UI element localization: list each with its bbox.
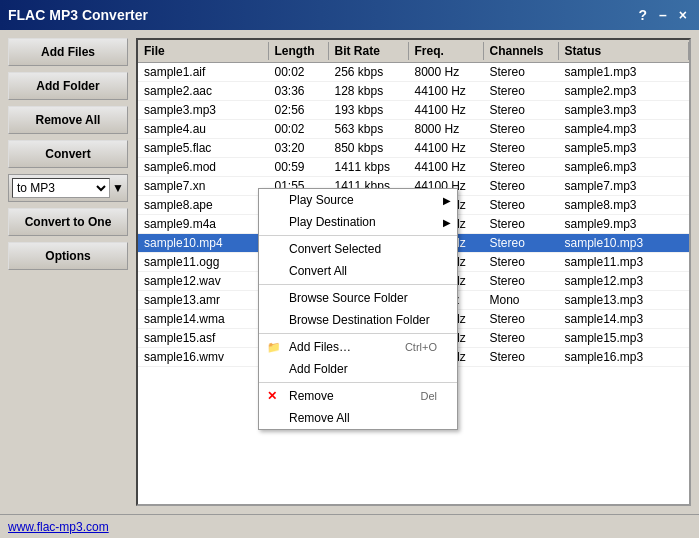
file-cell: sample4.au	[138, 121, 269, 137]
col-header-file: File	[138, 42, 269, 60]
context-menu-item[interactable]: Convert Selected	[259, 238, 457, 260]
table-row[interactable]: sample3.mp302:56193 kbps44100 HzStereosa…	[138, 101, 689, 120]
minimize-button[interactable]: –	[655, 7, 671, 23]
file-cell: sample12.mp3	[559, 273, 690, 289]
context-menu-separator	[259, 382, 457, 383]
file-cell: sample3.mp3	[138, 102, 269, 118]
file-cell: 00:02	[269, 64, 329, 80]
file-cell: sample1.mp3	[559, 64, 690, 80]
file-cell: sample13.mp3	[559, 292, 690, 308]
file-cell: sample11.mp3	[559, 254, 690, 270]
options-button[interactable]: Options	[8, 242, 128, 270]
context-menu-item-label: Play Destination	[289, 215, 376, 229]
title-bar: FLAC MP3 Converter ? – ×	[0, 0, 699, 30]
file-cell: 00:02	[269, 121, 329, 137]
file-cell: 850 kbps	[329, 140, 409, 156]
format-select-input[interactable]: to MP3 to FLAC to WAV to AAC to OGG	[12, 178, 110, 198]
context-menu-separator	[259, 333, 457, 334]
add-files-button[interactable]: Add Files	[8, 38, 128, 66]
file-cell: Stereo	[484, 140, 559, 156]
file-cell: sample10.mp4	[138, 235, 269, 251]
file-list-header: File Length Bit Rate Freq. Channels Stat…	[138, 40, 689, 63]
file-cell: 03:20	[269, 140, 329, 156]
file-cell: 563 kbps	[329, 121, 409, 137]
context-menu: Play SourcePlay DestinationConvert Selec…	[258, 188, 458, 430]
website-link[interactable]: www.flac-mp3.com	[8, 520, 109, 534]
file-cell: sample9.m4a	[138, 216, 269, 232]
file-cell: Stereo	[484, 273, 559, 289]
context-menu-shortcut: Del	[420, 390, 437, 402]
file-cell: sample12.wav	[138, 273, 269, 289]
context-menu-item[interactable]: Add Folder	[259, 358, 457, 380]
file-cell: sample15.asf	[138, 330, 269, 346]
file-cell: 8000 Hz	[409, 121, 484, 137]
file-cell: sample3.mp3	[559, 102, 690, 118]
context-menu-item[interactable]: Browse Source Folder	[259, 287, 457, 309]
app-title: FLAC MP3 Converter	[8, 7, 148, 23]
file-cell: sample8.mp3	[559, 197, 690, 213]
file-cell: 193 kbps	[329, 102, 409, 118]
file-cell: sample16.mp3	[559, 349, 690, 365]
file-cell: sample9.mp3	[559, 216, 690, 232]
col-header-freq: Freq.	[409, 42, 484, 60]
context-menu-item[interactable]: 📁Add Files…Ctrl+O	[259, 336, 457, 358]
file-cell: Stereo	[484, 216, 559, 232]
file-cell: Stereo	[484, 64, 559, 80]
file-cell: sample16.wmv	[138, 349, 269, 365]
file-cell: Stereo	[484, 235, 559, 251]
context-menu-item-label: Remove	[289, 389, 334, 403]
file-cell: 44100 Hz	[409, 83, 484, 99]
remove-icon: ✕	[267, 389, 277, 403]
context-menu-item-label: Remove All	[289, 411, 350, 425]
table-row[interactable]: sample6.mod00:591411 kbps44100 HzStereos…	[138, 158, 689, 177]
context-menu-item-label: Play Source	[289, 193, 354, 207]
file-cell: 8000 Hz	[409, 64, 484, 80]
format-selector[interactable]: to MP3 to FLAC to WAV to AAC to OGG ▼	[8, 174, 128, 202]
file-cell: Stereo	[484, 121, 559, 137]
file-cell: sample4.mp3	[559, 121, 690, 137]
file-cell: sample14.mp3	[559, 311, 690, 327]
left-panel: Add Files Add Folder Remove All Convert …	[8, 38, 128, 506]
help-button[interactable]: ?	[634, 7, 651, 23]
context-menu-item[interactable]: Convert All	[259, 260, 457, 282]
table-row[interactable]: sample5.flac03:20850 kbps44100 HzStereos…	[138, 139, 689, 158]
file-cell: 02:56	[269, 102, 329, 118]
file-cell: 03:36	[269, 83, 329, 99]
folder-icon: 📁	[267, 341, 281, 354]
context-menu-item[interactable]: Play Destination	[259, 211, 457, 233]
file-cell: sample8.ape	[138, 197, 269, 213]
file-cell: sample14.wma	[138, 311, 269, 327]
convert-button[interactable]: Convert	[8, 140, 128, 168]
file-cell: Stereo	[484, 159, 559, 175]
file-cell: Stereo	[484, 330, 559, 346]
context-menu-separator	[259, 284, 457, 285]
file-cell: 128 kbps	[329, 83, 409, 99]
context-menu-item[interactable]: ✕RemoveDel	[259, 385, 457, 407]
table-row[interactable]: sample1.aif00:02256 kbps8000 HzStereosam…	[138, 63, 689, 82]
context-menu-item[interactable]: Remove All	[259, 407, 457, 429]
convert-to-one-button[interactable]: Convert to One	[8, 208, 128, 236]
file-cell: sample2.mp3	[559, 83, 690, 99]
table-row[interactable]: sample4.au00:02563 kbps8000 HzStereosamp…	[138, 120, 689, 139]
remove-all-button[interactable]: Remove All	[8, 106, 128, 134]
file-cell: 44100 Hz	[409, 102, 484, 118]
context-menu-item-label: Add Folder	[289, 362, 348, 376]
file-cell: sample7.xn	[138, 178, 269, 194]
file-cell: sample13.amr	[138, 292, 269, 308]
col-header-channels: Channels	[484, 42, 559, 60]
context-menu-item[interactable]: Browse Destination Folder	[259, 309, 457, 331]
file-cell: Stereo	[484, 83, 559, 99]
file-cell: Stereo	[484, 178, 559, 194]
file-cell: sample7.mp3	[559, 178, 690, 194]
file-cell: sample15.mp3	[559, 330, 690, 346]
table-row[interactable]: sample2.aac03:36128 kbps44100 HzStereosa…	[138, 82, 689, 101]
file-cell: sample2.aac	[138, 83, 269, 99]
context-menu-item-label: Convert All	[289, 264, 347, 278]
add-folder-button[interactable]: Add Folder	[8, 72, 128, 100]
file-list-panel: File Length Bit Rate Freq. Channels Stat…	[136, 38, 691, 506]
close-button[interactable]: ×	[675, 7, 691, 23]
context-menu-item[interactable]: Play Source	[259, 189, 457, 211]
context-menu-shortcut: Ctrl+O	[405, 341, 437, 353]
col-header-length: Length	[269, 42, 329, 60]
status-bar: www.flac-mp3.com	[0, 514, 699, 538]
